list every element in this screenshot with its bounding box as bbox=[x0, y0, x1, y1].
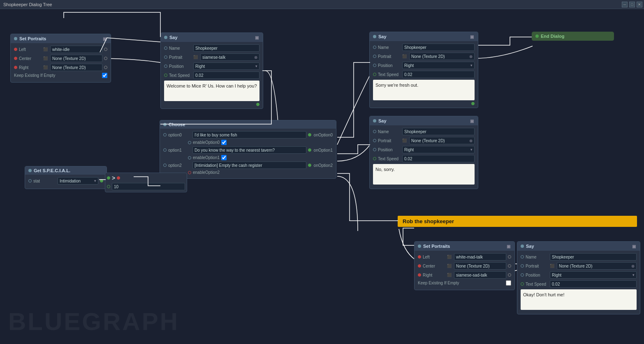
enable-option0-port[interactable] bbox=[188, 141, 191, 144]
say-2-collapse[interactable]: ▣ bbox=[469, 34, 475, 39]
say-3-portrait-input[interactable]: None (Texture 2D) ⊗ bbox=[409, 137, 475, 144]
set-portraits-1-collapse[interactable]: ▣ bbox=[102, 36, 107, 42]
close-button[interactable]: ✕ bbox=[637, 2, 642, 7]
set-portraits-1-left-input[interactable]: white-idle bbox=[50, 46, 102, 53]
set-portraits-2-right-port[interactable] bbox=[418, 273, 421, 277]
maximize-button[interactable]: □ bbox=[629, 2, 635, 7]
option0-input[interactable] bbox=[192, 131, 306, 139]
set-portraits-2-right-port-right[interactable] bbox=[508, 273, 511, 277]
say-2-portrait-port[interactable] bbox=[373, 55, 376, 58]
say-1-speed-port[interactable] bbox=[164, 74, 167, 77]
say-4-position-row: Position Right bbox=[521, 271, 637, 279]
say-4-name-input[interactable] bbox=[550, 253, 637, 261]
set-portraits-1-left-port-right[interactable] bbox=[104, 48, 107, 51]
say-1-portrait-port[interactable] bbox=[164, 55, 167, 59]
enable-option0-checkbox[interactable] bbox=[221, 140, 227, 145]
say-3-speed-port[interactable] bbox=[373, 157, 376, 160]
say-3-name-label: Name bbox=[378, 129, 401, 134]
say-2-speed-input[interactable] bbox=[402, 71, 475, 78]
comparator-value-port[interactable] bbox=[107, 185, 110, 188]
say-1-position-dropdown[interactable]: Right bbox=[193, 62, 259, 70]
say-2-dialog-text[interactable]: Sorry we're fresh out. bbox=[373, 80, 475, 100]
option0-port-left[interactable] bbox=[163, 133, 167, 136]
say-2-name-port[interactable] bbox=[373, 46, 376, 49]
get-special-output-port[interactable] bbox=[100, 179, 103, 182]
say-4-dialog-text[interactable]: Okay! Don't hurt me! bbox=[521, 289, 637, 310]
enable-option1-port[interactable] bbox=[188, 156, 191, 159]
option2-input[interactable] bbox=[192, 162, 306, 169]
choose-title: Choose bbox=[169, 122, 185, 127]
keep-existing-2-checkbox[interactable] bbox=[506, 280, 511, 286]
say-1-speed-input[interactable] bbox=[193, 72, 259, 79]
say-3-portrait-port[interactable] bbox=[373, 139, 376, 142]
say-2-position-label: Position bbox=[378, 63, 401, 68]
minimize-button[interactable]: ─ bbox=[622, 2, 628, 7]
say-1-name-port[interactable] bbox=[164, 46, 167, 50]
on-option1-port[interactable] bbox=[308, 148, 311, 152]
comparator-right-port[interactable] bbox=[117, 176, 120, 180]
say-2-portrait-input[interactable]: None (Texture 2D) ⊗ bbox=[409, 53, 475, 60]
set-portraits-2-center-port-right[interactable] bbox=[508, 264, 511, 268]
say-2-output-port[interactable] bbox=[471, 102, 475, 105]
say-1-output-port[interactable] bbox=[256, 103, 259, 106]
say-2-speed-port[interactable] bbox=[373, 73, 376, 76]
say-3-name-port[interactable] bbox=[373, 130, 376, 133]
set-portraits-2-center-input[interactable]: None (Texture 2D) bbox=[454, 262, 506, 270]
comparator-value-input[interactable] bbox=[112, 183, 185, 190]
say-3-collapse[interactable]: ▣ bbox=[469, 118, 475, 124]
set-portraits-1-right-input[interactable]: None (Texture 2D) bbox=[50, 64, 102, 71]
set-portraits-1-left-label: Left bbox=[19, 47, 42, 52]
say-1-portrait-input[interactable]: siamese-talk ⊗ bbox=[200, 53, 259, 61]
say-3-dialog-text[interactable]: No, sorry. bbox=[373, 164, 475, 185]
enable-option2-port[interactable] bbox=[188, 171, 191, 174]
set-portraits-1-right-port[interactable] bbox=[14, 66, 17, 69]
say-1-position-port[interactable] bbox=[164, 65, 167, 68]
say-3-name-input[interactable] bbox=[402, 128, 475, 135]
say-4-portrait-input[interactable]: None (Texture 2D) ⊗ bbox=[557, 262, 637, 270]
option1-port-left[interactable] bbox=[163, 148, 167, 152]
say-3-position-port[interactable] bbox=[373, 148, 376, 151]
say-2-position-port[interactable] bbox=[373, 64, 376, 67]
say-3-position-dropdown[interactable]: Right bbox=[402, 146, 475, 153]
say-2-name-input[interactable] bbox=[402, 44, 475, 51]
watermark: BLUEGRAPH bbox=[8, 307, 179, 336]
set-portraits-1-center-port-right[interactable] bbox=[104, 57, 107, 60]
get-special-stat-dropdown[interactable]: Intimidation bbox=[58, 177, 98, 185]
set-portraits-2-collapse[interactable]: ▣ bbox=[505, 243, 511, 249]
set-portraits-2-center-port[interactable] bbox=[418, 264, 421, 268]
on-option0-port[interactable] bbox=[308, 133, 311, 136]
say-4-collapse[interactable]: ▣ bbox=[631, 243, 637, 249]
say-1-name-input[interactable] bbox=[193, 44, 259, 52]
say-4-name-port[interactable] bbox=[521, 255, 524, 259]
set-portraits-2-left-port-right[interactable] bbox=[508, 255, 511, 259]
option1-input[interactable] bbox=[192, 146, 306, 154]
set-portraits-1-center-input[interactable]: None (Texture 2D) bbox=[50, 55, 102, 62]
on-option2-port[interactable] bbox=[308, 164, 311, 167]
say-1-dialog-text[interactable]: Welcome to Mice R' Us. How can I help yo… bbox=[164, 81, 259, 101]
set-portraits-2-left-port[interactable] bbox=[418, 255, 421, 259]
say-4-speed-port[interactable] bbox=[521, 282, 524, 286]
enable-option1-checkbox[interactable] bbox=[221, 155, 227, 160]
say-1-output-row bbox=[164, 103, 259, 106]
get-special-body: stat Intimidation bbox=[25, 175, 107, 189]
say-1-collapse[interactable]: ▣ bbox=[254, 35, 259, 40]
set-portraits-2-right-input[interactable]: siamese-sad-talk bbox=[454, 271, 506, 279]
set-portraits-1-center-port[interactable] bbox=[14, 57, 17, 60]
keep-existing-checkbox[interactable] bbox=[102, 73, 107, 78]
set-portraits-1-right-port-right[interactable] bbox=[104, 66, 107, 69]
end-dialog-header: End Dialog bbox=[532, 32, 614, 40]
say-3-speed-input[interactable] bbox=[402, 155, 475, 162]
keep-existing-2-label: Keep Existing If Empty bbox=[418, 281, 504, 285]
say-2-position-dropdown[interactable]: Right bbox=[402, 62, 475, 69]
say-4-position-dropdown[interactable]: Right bbox=[550, 271, 637, 279]
say-4-speed-input[interactable] bbox=[550, 280, 637, 288]
say-4-position-port[interactable] bbox=[521, 273, 524, 277]
option2-port-left[interactable] bbox=[163, 164, 167, 167]
set-portraits-2-left-input[interactable]: white-mad-talk bbox=[454, 253, 506, 261]
title-bar-buttons: ─ □ ✕ bbox=[622, 2, 642, 7]
get-special-stat-port[interactable] bbox=[28, 179, 32, 182]
set-portraits-1-left-port[interactable] bbox=[14, 48, 17, 51]
say-3-title: Say bbox=[378, 118, 387, 123]
comparator-left-port[interactable] bbox=[107, 176, 110, 180]
say-4-portrait-port[interactable] bbox=[521, 264, 524, 268]
